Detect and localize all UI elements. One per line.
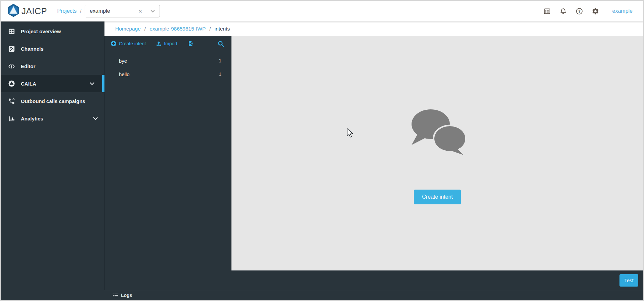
logs-toggle-button[interactable]: Logs	[113, 293, 132, 298]
svg-text:?: ?	[578, 9, 581, 13]
logs-label: Logs	[121, 293, 132, 298]
projects-link[interactable]: Projects	[57, 8, 77, 14]
news-icon	[543, 7, 551, 15]
header-separator: /	[80, 8, 81, 14]
search-button[interactable]	[218, 41, 224, 47]
intents-toolbar: Create intent Import	[105, 36, 231, 51]
top-header: JAICP Projects / example ×	[1, 1, 643, 21]
intent-name: hello	[119, 71, 219, 77]
chat-bubbles-icon	[406, 107, 468, 157]
news-button[interactable]	[543, 7, 551, 15]
channels-icon	[8, 45, 15, 52]
jaicp-app: JAICP Projects / example ×	[0, 0, 644, 301]
intent-row-bye[interactable]: bye 1	[105, 54, 231, 67]
empty-state-canvas: Create intent	[231, 36, 643, 270]
sidebar-item-label: CAILA	[21, 81, 36, 87]
logo-text: JAICP	[22, 6, 47, 16]
jaicp-logo[interactable]: JAICP	[7, 3, 47, 19]
sidebar-item-editor[interactable]: Editor	[1, 57, 104, 75]
code-icon	[8, 63, 15, 70]
breadcrumb-homepage-link[interactable]: Homepage	[115, 26, 141, 32]
sidebar-item-caila[interactable]: CAILA	[1, 75, 104, 92]
clear-icon[interactable]: ×	[136, 8, 145, 14]
intents-panel: Create intent Import	[104, 36, 231, 290]
header-actions: ? example	[535, 7, 637, 15]
logs-bar: Logs	[104, 290, 643, 300]
sidebar-item-project-overview[interactable]: Project overview	[1, 22, 104, 40]
sidebar-item-analytics[interactable]: Analytics	[1, 110, 104, 127]
sidebar-item-label: Outbound calls campaigns	[21, 98, 85, 104]
bell-icon	[559, 7, 567, 15]
plus-circle-icon	[111, 41, 117, 47]
create-intent-toolbar-button[interactable]: Create intent	[111, 41, 146, 47]
test-bar: Test	[231, 270, 643, 290]
breadcrumb-separator: /	[144, 26, 146, 32]
gear-icon	[592, 7, 599, 15]
settings-button[interactable]	[592, 7, 600, 15]
sidebar-item-outbound-calls[interactable]: Outbound calls campaigns	[1, 92, 104, 110]
help-button[interactable]: ?	[575, 7, 584, 15]
selector-divider	[147, 7, 147, 15]
import-icon	[156, 41, 162, 47]
intent-count: 1	[219, 58, 221, 63]
breadcrumb: Homepage / example-98659815-fWP / intent…	[104, 21, 643, 36]
breadcrumb-project-link[interactable]: example-98659815-fWP	[149, 26, 206, 32]
chevron-down-icon	[93, 117, 98, 120]
chevron-down-icon[interactable]	[149, 10, 156, 13]
import-button[interactable]: Import	[156, 41, 177, 47]
notifications-button[interactable]	[559, 7, 567, 15]
project-selector[interactable]: example ×	[85, 5, 160, 17]
test-button[interactable]: Test	[619, 274, 638, 287]
export-button[interactable]	[187, 41, 194, 47]
export-icon	[187, 41, 194, 47]
search-icon	[218, 41, 224, 47]
intent-name: bye	[119, 58, 219, 64]
sidebar-item-label: Project overview	[21, 29, 61, 34]
breadcrumb-current-page: intents	[215, 26, 230, 32]
intent-row-hello[interactable]: hello 1	[105, 67, 231, 81]
account-link[interactable]: example	[612, 8, 633, 14]
sidebar-nav: Project overview Channels Editor CAILA	[1, 21, 104, 300]
sidebar-item-label: Editor	[21, 63, 35, 69]
help-icon: ?	[575, 7, 583, 15]
jaicp-logo-icon	[7, 3, 20, 19]
import-label: Import	[164, 41, 177, 46]
logs-list-icon	[113, 293, 118, 298]
sidebar-item-label: Channels	[21, 46, 44, 52]
analytics-icon	[8, 115, 15, 122]
chevron-down-icon	[90, 82, 94, 85]
sidebar-item-label: Analytics	[21, 116, 43, 121]
sidebar-item-channels[interactable]: Channels	[1, 40, 104, 57]
phone-icon	[8, 98, 15, 105]
create-intent-toolbar-label: Create intent	[119, 41, 146, 46]
mouse-cursor	[346, 128, 353, 140]
grid-icon	[8, 28, 15, 35]
create-intent-button[interactable]: Create intent	[414, 190, 461, 204]
caila-icon	[8, 80, 15, 87]
breadcrumb-separator: /	[209, 26, 211, 32]
intent-list: bye 1 hello 1	[105, 51, 231, 81]
intent-count: 1	[219, 71, 221, 77]
project-selector-value: example	[90, 8, 136, 14]
